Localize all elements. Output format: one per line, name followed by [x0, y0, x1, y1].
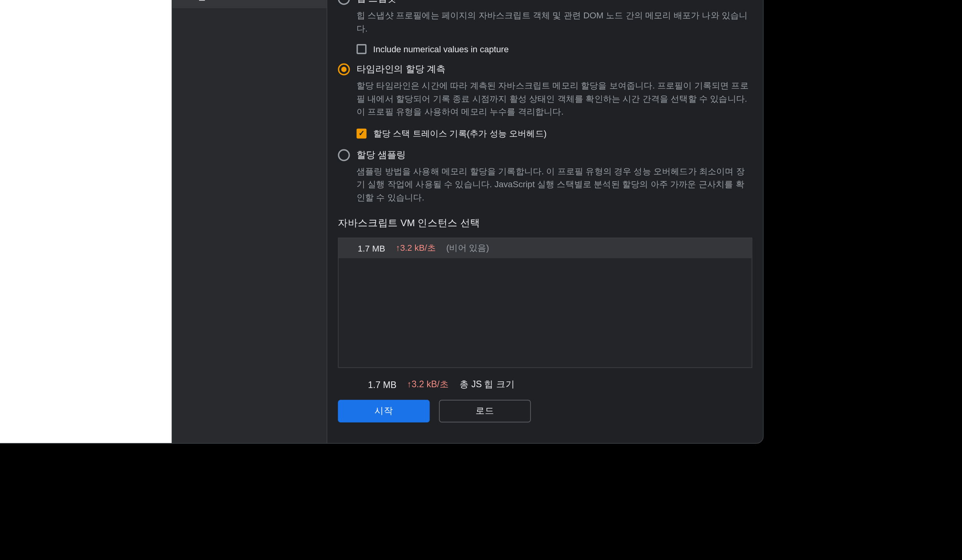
arrow-up-icon: ↑ [407, 379, 412, 389]
load-button[interactable]: 로드 [439, 400, 531, 422]
radio-timeline-desc: 할당 타임라인은 시간에 따라 계측된 자바스크립트 메모리 할당을 보여줍니다… [357, 79, 752, 118]
checkbox-stack-label: 할당 스택 트레이스 기록(추가 성능 오버헤드) [373, 128, 547, 140]
checkbox-numeric-values[interactable]: Include numerical values in capture [357, 44, 752, 54]
total-label: 총 JS 힙 크기 [460, 379, 515, 391]
vm-row-rate: ↑3.2 kB/초 [396, 242, 436, 254]
vm-row-size: 1.7 MB [345, 243, 385, 253]
radio-sampling-label: 할당 샘플링 [357, 149, 406, 161]
radio-heap-label: 힙 스냅샷 [357, 0, 396, 5]
vm-instance-row[interactable]: 1.7 MB ↑3.2 kB/초 (비어 있음) [339, 238, 752, 258]
checkbox-stack-trace[interactable]: ✓ 할당 스택 트레이스 기록(추가 성능 오버헤드) [357, 128, 752, 140]
radio-allocation-timeline[interactable]: 타임라인의 할당 계측 [338, 64, 752, 76]
total-size: 1.7 MB [357, 379, 396, 390]
checkbox-icon [357, 44, 367, 54]
sidebar-profiles[interactable]: 프로필 [172, 0, 327, 8]
arrow-up-icon: ↑ [396, 243, 400, 253]
start-button[interactable]: 시작 [338, 400, 430, 422]
vm-row-name: (비어 있음) [446, 242, 489, 254]
checkbox-checked-icon: ✓ [357, 129, 367, 139]
radio-selected-icon [338, 64, 350, 76]
vm-instance-table: 1.7 MB ↑3.2 kB/초 (비어 있음) [338, 237, 752, 368]
radio-timeline-label: 타임라인의 할당 계측 [357, 64, 446, 76]
page-viewport: button [0, 0, 172, 443]
radio-allocation-sampling[interactable]: 할당 샘플링 [338, 149, 752, 161]
radio-sampling-desc: 샘플링 방법을 사용해 메모리 할당을 기록합니다. 이 프로필 유형의 경우 … [357, 165, 752, 204]
total-rate: ↑3.2 kB/초 [407, 379, 449, 391]
vm-instance-title: 자바스크립트 VM 인스턴스 선택 [338, 217, 752, 229]
checkbox-numeric-label: Include numerical values in capture [373, 44, 509, 54]
radio-icon [338, 0, 350, 5]
radio-heap-snapshot[interactable]: 힙 스냅샷 [338, 0, 752, 5]
radio-icon [338, 149, 350, 161]
radio-heap-desc: 힙 스냅샷 프로필에는 페이지의 자바스크립트 객체 및 관련 DOM 노드 간… [357, 9, 752, 35]
